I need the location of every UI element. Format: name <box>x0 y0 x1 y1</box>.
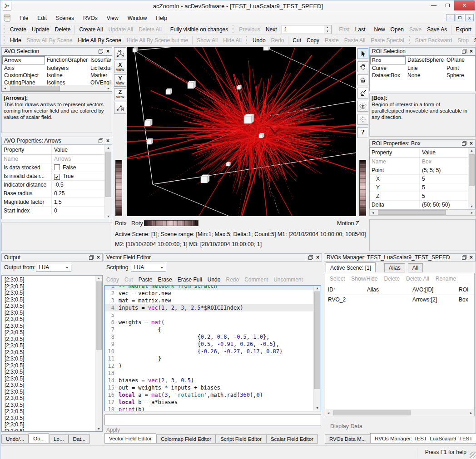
rvos-button-delete[interactable]: Delete <box>384 276 400 282</box>
toolbar-button-next[interactable]: Next <box>263 25 280 34</box>
rvos-button-show-hide[interactable]: Show/Hide <box>351 276 377 282</box>
code-editor[interactable]: 1-- Neural Network from scratch2vec = ve… <box>104 285 321 411</box>
roi-item-none[interactable]: None <box>406 72 445 79</box>
toolbar-button-delete-all[interactable]: Delete All <box>136 25 164 34</box>
column-header-avo-id-[interactable]: AVO:[ID] <box>410 285 456 295</box>
avo-item-functiongrapher[interactable]: FunctionGrapher <box>45 56 89 64</box>
scroll-thumb[interactable] <box>378 210 446 215</box>
scroll-up-icon[interactable]: ▲ <box>95 276 102 280</box>
code-line[interactable]: 18print(b) <box>105 406 321 411</box>
property-value[interactable]: 0 <box>52 207 112 215</box>
avo-item-marker[interactable]: Marker <box>89 72 111 79</box>
close-panel-icon[interactable]: × <box>470 141 473 146</box>
column-header[interactable]: Value <box>52 145 112 154</box>
editor-button-copy[interactable]: Copy <box>106 276 119 283</box>
tab-dat-[interactable]: Dat... <box>69 434 90 444</box>
toolbar-button-paste-special[interactable]: Paste Special <box>368 36 407 45</box>
rvos-button-rename[interactable]: Rename <box>436 276 456 282</box>
right-thumbwheel[interactable] <box>359 160 366 216</box>
toolbar-gripper[interactable] <box>233 25 234 34</box>
toolbar-button-first[interactable]: First <box>337 25 352 34</box>
avo-selection-header[interactable]: AVO Selection × <box>1 47 112 55</box>
toolbar-gripper[interactable] <box>4 36 5 44</box>
seek-button[interactable] <box>357 114 368 125</box>
table-row[interactable]: Is invalid data r...✔True <box>2 172 112 181</box>
float-panel-icon[interactable] <box>99 49 103 54</box>
toolbar-button-show-all[interactable]: Show All <box>194 36 220 45</box>
code-line[interactable]: 9 {0.5, -0.91, 0.26, -0.5}, <box>105 341 321 348</box>
toolbar-gripper[interactable] <box>409 36 411 44</box>
scroll-thumb[interactable] <box>105 152 111 197</box>
code-line[interactable]: 17local b = a*biases <box>105 399 321 406</box>
code-line[interactable]: 16local a = mat(3, 'rotation',math.rad(3… <box>105 391 321 399</box>
toolbar-button-update-all[interactable]: Update All <box>105 25 136 34</box>
help-button[interactable]: ? <box>357 127 368 138</box>
editor-button-uncomment[interactable]: Uncomment <box>273 276 303 283</box>
code-line[interactable]: 10 {-0.26, -0.27, 0.17, 0.87} <box>105 348 321 355</box>
code-line[interactable]: 14biases = vec(2, 3, 0.5) <box>105 377 321 384</box>
property-value[interactable]: (5; 5; 5) <box>420 166 475 174</box>
scroll-thumb[interactable] <box>469 154 475 186</box>
avo-item-arrows[interactable]: Arrows <box>2 56 45 64</box>
roi-item-oplane[interactable]: OPlane <box>445 56 475 64</box>
menu-item-rvos[interactable]: RVOs <box>79 13 102 23</box>
avo-item-isosurfac[interactable]: Isosurfac <box>89 56 111 64</box>
toolbar-button-previous[interactable]: Previous <box>236 25 263 34</box>
scroll-left-icon[interactable]: ◄ <box>325 410 332 416</box>
editor-button-undo[interactable]: Undo <box>208 276 221 283</box>
toolbar-button-hide-all-by-scene[interactable]: Hide All By Scene <box>75 36 124 45</box>
editor-button-erase-full[interactable]: Erase Full <box>178 276 202 283</box>
toolbar-button-export[interactable]: Export <box>453 25 474 34</box>
table-row[interactable]: Indicator distance-0.5 <box>2 181 112 189</box>
scroll-right-icon[interactable]: ► <box>469 210 475 215</box>
roi-item-sphere[interactable]: Sphere <box>445 72 475 79</box>
toolbar-button-create-all[interactable]: Create All <box>76 25 105 34</box>
output-list[interactable]: [2;3;0.5][2;3;0.5][2;3;0.5][2;3;0.5][2;3… <box>1 275 103 432</box>
scroll-down-icon[interactable]: ▼ <box>95 427 102 430</box>
table-row[interactable]: Is data stockedFalse <box>2 163 112 172</box>
roi-item-point[interactable]: Point <box>445 64 475 72</box>
toolbar-button-redo[interactable]: Redo <box>268 36 287 45</box>
toolbar-button-start-backward[interactable]: Start Backward <box>412 36 455 45</box>
tab-all[interactable]: All <box>408 263 423 272</box>
property-value[interactable]: ✔True <box>52 172 112 180</box>
script-command-input[interactable] <box>104 415 321 425</box>
left-thumbwheel[interactable] <box>115 160 122 216</box>
z-view-button[interactable]: Zview <box>114 88 126 100</box>
editor-button-redo[interactable]: Redo <box>226 276 239 283</box>
tab-vector-field-editor[interactable]: Vector Field Editor <box>104 433 156 444</box>
property-value[interactable]: -0.5 <box>52 181 112 189</box>
menu-item-edit[interactable]: Edit <box>33 13 51 23</box>
minimize-icon[interactable]: — <box>427 0 441 10</box>
avo-properties-header[interactable]: AVO Properties: Arrows × <box>1 137 112 145</box>
code-line[interactable]: 4inputs = vec(1, 2, 3, 2.5*$ROICIIndex) <box>105 304 321 311</box>
code-line[interactable]: 5 <box>105 311 321 319</box>
display-data-label[interactable]: Display Data <box>330 423 362 429</box>
rvos-button-delete-all[interactable]: Delete All <box>406 276 429 282</box>
set-home-button[interactable] <box>357 88 368 99</box>
float-panel-icon[interactable] <box>89 255 94 260</box>
maximize-icon[interactable] <box>441 0 454 10</box>
property-value[interactable]: Box <box>420 158 475 166</box>
float-panel-icon[interactable] <box>462 141 466 146</box>
roi-props-hscrollbar[interactable]: ◄ ► <box>369 209 476 216</box>
scroll-left-icon[interactable]: ◄ <box>2 85 8 91</box>
tab-scalar-field-editor[interactable]: Scalar Field Editor <box>266 434 318 444</box>
tab-undo-[interactable]: Undo/... <box>1 434 29 444</box>
editor-button-paste[interactable]: Paste <box>139 276 153 283</box>
close-panel-icon[interactable]: × <box>106 138 109 143</box>
toolbar-button-delete[interactable]: Delete <box>52 25 74 34</box>
avo-item-customobject[interactable]: CustomObject <box>2 72 45 79</box>
code-line[interactable]: 1-- Neural Network from scratch <box>105 285 321 290</box>
property-value[interactable]: 0.25 <box>52 189 112 197</box>
toolbar-button-fully-visible-on-changes[interactable]: Fully visible on changes <box>168 25 231 34</box>
x-view-button[interactable]: Xview <box>114 61 126 73</box>
code-line[interactable]: 6weights = mat( <box>105 319 321 326</box>
tab-colormap-field-editor[interactable]: Colormap Field Editor <box>156 434 216 444</box>
mdi-close-icon[interactable]: x <box>465 14 474 21</box>
table-row[interactable]: Magnitude factor1.5 <box>2 198 112 207</box>
scroll-thumb[interactable] <box>333 410 411 415</box>
toolbar-button-last[interactable]: Last <box>352 25 368 34</box>
table-row[interactable]: Y5 <box>370 183 475 192</box>
toolbar-button-save[interactable]: Save <box>407 25 424 34</box>
